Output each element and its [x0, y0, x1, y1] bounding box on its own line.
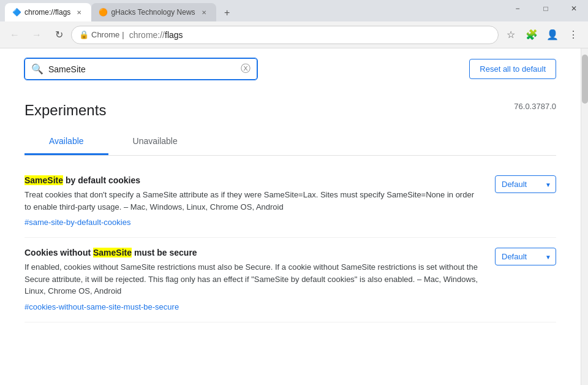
clear-icon[interactable]: ⓧ	[241, 63, 251, 75]
tab-close-flags[interactable]: ✕	[74, 7, 84, 17]
page-content: 🔍 ⓧ Reset all to default Experiments 76.…	[0, 48, 581, 385]
select-wrapper-2: Default Enabled Disabled	[495, 248, 556, 265]
flag-title-before-2: Cookies without	[24, 248, 93, 257]
omnibox-url: chrome://flags	[129, 30, 183, 40]
content-tabs: Available Unavailable	[24, 129, 556, 156]
search-box[interactable]: 🔍 ⓧ	[24, 58, 257, 80]
tabs-row: 🔷 chrome://flags ✕ 🟠 gHacks Technology N…	[0, 3, 588, 21]
flag-title-samesite-default: SameSite by default cookies	[24, 175, 483, 185]
flag-select-samesite-default[interactable]: Default Enabled Disabled	[495, 175, 556, 193]
toolbar-actions: ☆ 🧩 👤 ⋮	[501, 25, 583, 45]
select-wrapper-1: Default Enabled Disabled	[495, 175, 556, 193]
secure-indicator: 🔒 Chrome |	[79, 30, 124, 39]
new-tab-button[interactable]: +	[219, 4, 236, 21]
scrollbar-thumb[interactable]	[582, 55, 588, 104]
content-tabs-wrapper: Available Unavailable	[0, 129, 581, 156]
separator: |	[122, 30, 124, 39]
flag-title-highlight-1: SameSite	[24, 175, 63, 185]
title-bar: 🔷 chrome://flags ✕ 🟠 gHacks Technology N…	[0, 0, 588, 21]
flag-description-samesite-default: Treat cookies that don't specify a SameS…	[24, 189, 483, 213]
search-area: 🔍 ⓧ Reset all to default	[0, 48, 581, 90]
tab-flags[interactable]: 🔷 chrome://flags ✕	[5, 3, 91, 21]
tab-title-ghacks: gHacks Technology News	[111, 8, 195, 17]
flag-title-highlight-2: SameSite	[93, 248, 132, 257]
flag-title-after-1: by default cookies	[63, 175, 140, 185]
secure-label: Chrome	[91, 30, 119, 39]
tab-ghacks[interactable]: 🟠 gHacks Technology News ✕	[91, 3, 216, 21]
omnibox[interactable]: 🔒 Chrome | chrome://flags	[71, 26, 499, 44]
flag-link-samesite-default[interactable]: #same-site-by-default-cookies	[24, 218, 130, 227]
tab-favicon-ghacks: 🟠	[99, 8, 107, 17]
search-input[interactable]	[48, 64, 236, 74]
address-bar: ← → ↻ 🔒 Chrome | chrome://flags ☆ 🧩 👤 ⋮	[0, 21, 588, 48]
url-protocol: chrome://	[129, 30, 165, 40]
close-button[interactable]: ✕	[560, 0, 588, 17]
tab-close-ghacks[interactable]: ✕	[199, 7, 209, 17]
flag-item-samesite-default: SameSite by default cookies Treat cookie…	[24, 166, 556, 238]
flag-title-cookies-secure: Cookies without SameSite must be secure	[24, 248, 483, 257]
tab-favicon-flags: 🔷	[12, 8, 21, 17]
menu-button[interactable]: ⋮	[564, 25, 583, 45]
tab-available[interactable]: Available	[24, 129, 108, 155]
search-icon: 🔍	[31, 63, 43, 75]
window-controls: − □ ✕	[503, 0, 588, 17]
flag-title-after-2: must be secure	[132, 248, 197, 257]
forward-button[interactable]: →	[27, 25, 47, 45]
minimize-button[interactable]: −	[503, 0, 532, 17]
scrollbar[interactable]	[581, 48, 588, 385]
flag-info-samesite-default: SameSite by default cookies Treat cookie…	[24, 175, 483, 227]
reload-button[interactable]: ↻	[49, 25, 69, 45]
bookmark-button[interactable]: ☆	[501, 25, 521, 45]
extensions-button[interactable]: 🧩	[522, 25, 541, 45]
flag-item-cookies-secure: Cookies without SameSite must be secure …	[24, 238, 556, 322]
flag-link-cookies-secure[interactable]: #cookies-without-same-site-must-be-secur…	[24, 302, 179, 311]
flag-description-cookies-secure: If enabled, cookies without SameSite res…	[24, 261, 483, 297]
flag-select-cookies-secure[interactable]: Default Enabled Disabled	[495, 248, 556, 265]
flag-control-samesite-default: Default Enabled Disabled	[495, 175, 556, 193]
reset-all-button[interactable]: Reset all to default	[469, 59, 556, 79]
profile-button[interactable]: 👤	[543, 25, 562, 45]
flag-info-cookies-secure: Cookies without SameSite must be secure …	[24, 248, 483, 312]
back-button[interactable]: ←	[5, 25, 24, 45]
tab-title-flags: chrome://flags	[24, 8, 70, 17]
url-path: flags	[165, 30, 183, 40]
page-wrapper: 🔍 ⓧ Reset all to default Experiments 76.…	[0, 48, 588, 385]
flags-header: Experiments 76.0.3787.0	[0, 90, 581, 119]
page-title: Experiments	[24, 102, 106, 119]
lock-icon: 🔒	[79, 30, 89, 39]
maximize-button[interactable]: □	[532, 0, 560, 17]
flags-list: SameSite by default cookies Treat cookie…	[0, 156, 581, 332]
version-text: 76.0.3787.0	[514, 102, 556, 111]
flag-control-cookies-secure: Default Enabled Disabled	[495, 248, 556, 265]
tab-unavailable[interactable]: Unavailable	[108, 129, 202, 155]
